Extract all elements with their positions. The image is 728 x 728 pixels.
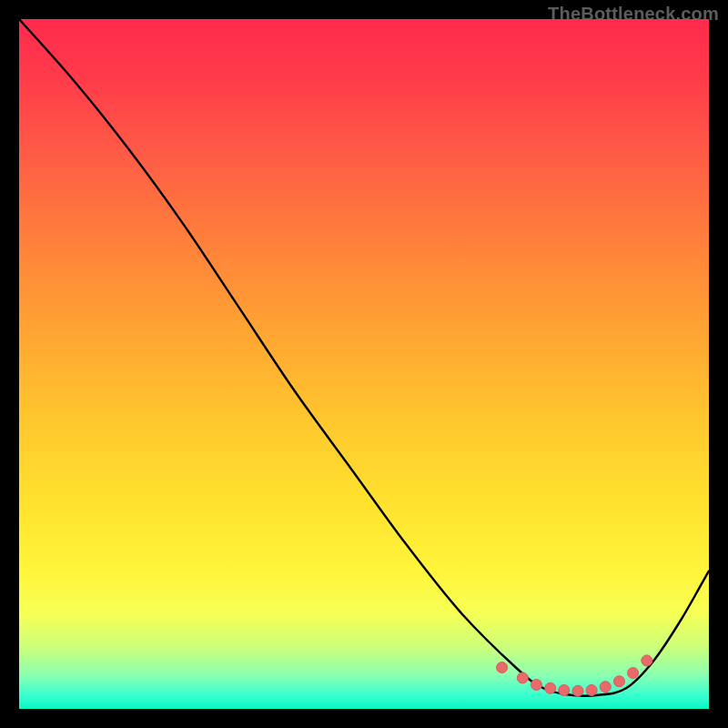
optimum-dot <box>614 676 625 687</box>
optimum-dot <box>572 685 583 696</box>
curve-svg <box>19 19 709 709</box>
optimum-dot <box>517 672 528 683</box>
optimum-dot <box>600 682 611 693</box>
optimum-dot <box>642 655 652 666</box>
optimum-dot <box>586 685 597 696</box>
chart-stage: TheBottleneck.com <box>0 0 728 728</box>
optimum-dot <box>545 682 556 693</box>
plot-area <box>19 19 709 709</box>
bottleneck-curve-path <box>19 19 709 696</box>
optimum-dot <box>531 680 542 691</box>
optimum-dot <box>497 662 508 673</box>
optimum-dot <box>559 685 570 696</box>
optimum-dots-group <box>497 655 652 696</box>
optimum-dot <box>628 668 639 679</box>
